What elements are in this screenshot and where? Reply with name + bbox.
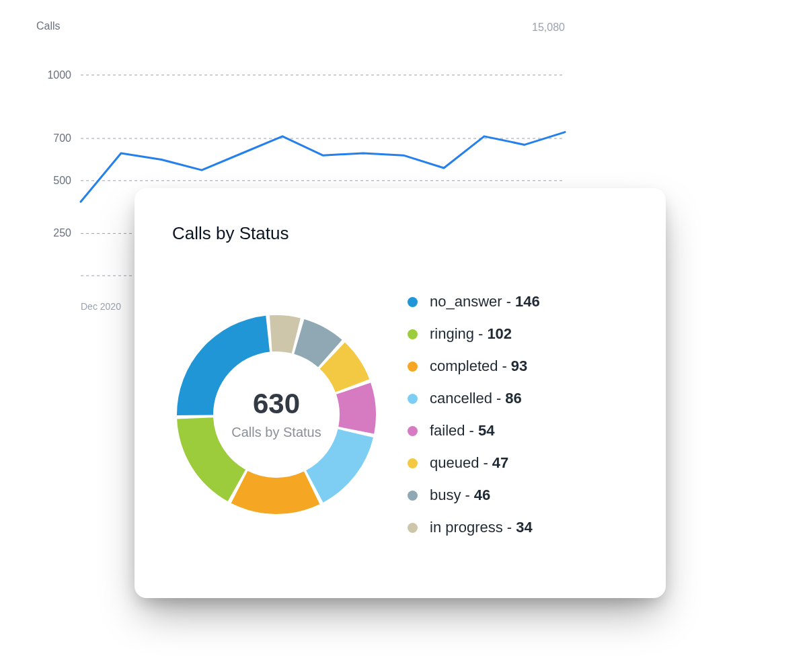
- line-chart-ylabel: Calls: [36, 20, 572, 32]
- legend-label: cancelled: [430, 390, 492, 407]
- donut-chart: 630 Calls by Status: [172, 310, 381, 519]
- legend-label: busy: [430, 487, 461, 504]
- svg-text:500: 500: [53, 175, 71, 186]
- donut-slice-completed: [231, 471, 320, 514]
- legend-separator: -: [469, 422, 474, 439]
- legend-item-completed: completed - 93: [408, 358, 540, 375]
- legend-value: 146: [515, 293, 540, 310]
- line-chart-total: 15,080: [532, 22, 565, 34]
- card-title: Calls by Status: [172, 223, 628, 244]
- legend-value: 47: [492, 454, 508, 472]
- legend-item-queued: queued - 47: [408, 454, 540, 472]
- legend-label: queued: [430, 454, 479, 472]
- svg-text:250: 250: [53, 227, 71, 239]
- legend-value: 54: [478, 422, 494, 439]
- legend-dot-icon: [408, 394, 418, 404]
- legend-value: 34: [516, 519, 532, 536]
- legend-dot-icon: [408, 458, 418, 468]
- donut-slice-no_answer: [177, 316, 270, 415]
- legend-item-no_answer: no_answer - 146: [408, 293, 540, 310]
- legend-dot-icon: [408, 297, 418, 307]
- legend-item-ringing: ringing - 102: [408, 325, 540, 343]
- calls-by-status-card: Calls by Status 630 Calls by Status no_a…: [134, 188, 666, 598]
- legend: no_answer - 146ringing - 102completed - …: [408, 293, 540, 536]
- legend-separator: -: [465, 487, 469, 504]
- svg-text:700: 700: [53, 132, 71, 144]
- legend-item-in-progress: in progress - 34: [408, 519, 540, 536]
- donut-svg: [172, 310, 381, 519]
- legend-label: failed: [430, 422, 465, 439]
- legend-dot-icon: [408, 329, 418, 339]
- donut-slice-cancelled: [306, 429, 373, 503]
- legend-label: no_answer: [430, 293, 502, 310]
- legend-separator: -: [478, 325, 483, 343]
- legend-label: ringing: [430, 325, 474, 343]
- legend-separator: -: [483, 454, 488, 472]
- legend-label: in progress: [430, 519, 503, 536]
- legend-dot-icon: [408, 491, 418, 501]
- legend-separator: -: [506, 293, 511, 310]
- legend-value: 93: [511, 358, 527, 375]
- legend-dot-icon: [408, 362, 418, 372]
- legend-value: 86: [505, 390, 521, 407]
- legend-value: 102: [487, 325, 512, 343]
- legend-item-failed: failed - 54: [408, 422, 540, 439]
- svg-text:1000: 1000: [47, 69, 71, 81]
- donut-slice-in-progress: [270, 315, 301, 353]
- line-chart-x-tick: Dec 2020: [81, 301, 121, 312]
- legend-separator: -: [507, 519, 512, 536]
- legend-item-cancelled: cancelled - 86: [408, 390, 540, 407]
- legend-value: 46: [474, 487, 490, 504]
- legend-separator: -: [502, 358, 507, 375]
- donut-slice-failed: [336, 383, 376, 434]
- legend-separator: -: [496, 390, 501, 407]
- legend-dot-icon: [408, 426, 418, 436]
- legend-item-busy: busy - 46: [408, 487, 540, 504]
- legend-dot-icon: [408, 523, 418, 533]
- donut-slice-ringing: [177, 417, 245, 501]
- legend-label: completed: [430, 358, 498, 375]
